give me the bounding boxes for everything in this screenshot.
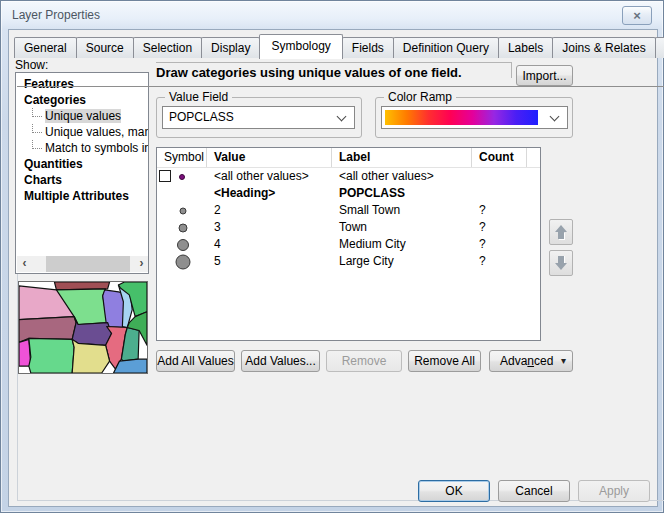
advanced-dropdown-icon[interactable]: ▾ (561, 351, 566, 371)
tree-item-charts[interactable]: Charts (16, 172, 148, 188)
tree-item-label: Quantities (24, 157, 83, 171)
gray-dot-symbol-icon[interactable] (180, 207, 187, 214)
color-ramp-combobox[interactable] (381, 106, 568, 129)
tab-baseline (17, 86, 664, 87)
label-cell[interactable]: Small Town (332, 202, 472, 219)
tab-source[interactable]: Source (76, 37, 134, 58)
column-symbol: Symbol (157, 148, 207, 167)
add-values-button[interactable]: Add Values... (241, 350, 320, 372)
column-spacer (527, 148, 540, 167)
tab-selection[interactable]: Selection (133, 37, 202, 58)
tree-item-categories[interactable]: Categories (16, 92, 148, 108)
tree-item-label: Unique values (45, 109, 121, 123)
tab-definition-query[interactable]: Definition Query (393, 37, 499, 58)
value-field-combobox[interactable]: POPCLASS (162, 106, 355, 129)
table-row[interactable]: 2Small Town? (157, 202, 540, 219)
close-button[interactable]: × (622, 6, 652, 25)
table-row[interactable]: 3Town? (157, 219, 540, 236)
tree-item-unique-values-many[interactable]: Unique values, many (16, 124, 148, 140)
tree-item-match-to-symbols-in-a[interactable]: Match to symbols in a (16, 140, 148, 156)
count-cell[interactable]: ? (472, 236, 527, 253)
value-cell[interactable]: 5 (207, 253, 332, 270)
gray-dot-symbol-icon[interactable] (177, 239, 189, 251)
tab-display[interactable]: Display (201, 37, 260, 58)
label-cell[interactable]: <all other values> (332, 168, 472, 185)
chevron-down-icon[interactable] (337, 112, 347, 122)
tree-item-label: Multiple Attributes (24, 189, 129, 203)
count-cell[interactable] (472, 185, 527, 202)
move-up-button[interactable] (549, 219, 573, 245)
tree-item-label: Categories (24, 93, 86, 107)
tab-symbology[interactable]: Symbology (259, 34, 342, 59)
tab-joins-relates[interactable]: Joins & Relates (552, 37, 655, 58)
row-spacer (527, 168, 540, 185)
value-field-value: POPCLASS (169, 107, 234, 128)
table-row[interactable]: <Heading>POPCLASS (157, 185, 540, 202)
tab-fields[interactable]: Fields (342, 37, 394, 58)
count-cell[interactable]: ? (472, 202, 527, 219)
column-label: Label (332, 148, 472, 167)
value-field-label: Value Field (165, 90, 232, 104)
value-cell[interactable]: 3 (207, 219, 332, 236)
tree-item-quantities[interactable]: Quantities (16, 156, 148, 172)
advanced-button[interactable]: Advanced ▾ (489, 350, 573, 372)
symbology-preview-map (18, 281, 148, 374)
value-cell[interactable]: 4 (207, 236, 332, 253)
table-row[interactable]: 5Large City? (157, 253, 540, 270)
scroll-right-arrow-icon[interactable]: › (134, 256, 149, 272)
symbol-cell[interactable] (157, 219, 207, 236)
tree-horizontal-scrollbar[interactable]: ‹ › (17, 256, 149, 272)
gray-dot-symbol-icon[interactable] (179, 223, 188, 232)
table-row[interactable]: 4Medium City? (157, 236, 540, 253)
value-cell[interactable]: <Heading> (207, 185, 332, 202)
count-cell[interactable] (472, 168, 527, 185)
count-cell[interactable]: ? (472, 219, 527, 236)
tab-time[interactable]: Time (655, 37, 664, 58)
tree-item-label: Charts (24, 173, 62, 187)
row-spacer (527, 202, 540, 219)
value-cell[interactable]: 2 (207, 202, 332, 219)
gray-dot-symbol-icon[interactable] (176, 254, 191, 269)
tab-strip: GeneralSourceSelectionDisplaySymbologyFi… (14, 34, 664, 58)
tab-labels[interactable]: Labels (498, 37, 553, 58)
symbol-cell[interactable] (157, 236, 207, 253)
titlebar[interactable]: Layer Properties × (1, 1, 663, 29)
scroll-left-arrow-icon[interactable]: ‹ (17, 256, 32, 272)
tree-item-label: Features (24, 77, 74, 91)
heading-top-rule (156, 62, 512, 63)
all-other-values-checkbox[interactable] (159, 170, 171, 182)
add-all-values-button[interactable]: Add All Values (156, 350, 235, 372)
symbol-cell[interactable] (157, 202, 207, 219)
tree-item-multiple-attributes[interactable]: Multiple Attributes (16, 188, 148, 204)
cancel-button[interactable]: Cancel (498, 480, 570, 502)
move-down-button[interactable] (549, 250, 573, 276)
apply-button[interactable]: Apply (578, 480, 650, 502)
value-cell[interactable]: <all other values> (207, 168, 332, 185)
tab-general[interactable]: General (14, 37, 77, 58)
label-cell[interactable]: Large City (332, 253, 472, 270)
label-cell[interactable]: Medium City (332, 236, 472, 253)
row-spacer (527, 236, 540, 253)
arrow-up-icon (555, 225, 567, 232)
close-icon: × (623, 7, 651, 24)
values-table: Symbol Value Label Count <all other valu… (156, 147, 541, 341)
tree-item-unique-values[interactable]: Unique values (16, 108, 148, 124)
count-cell[interactable]: ? (472, 253, 527, 270)
tree-branch-line (32, 140, 42, 149)
scroll-thumb[interactable] (46, 256, 130, 272)
remove-button[interactable]: Remove (326, 350, 402, 372)
import-button[interactable]: Import... (516, 65, 573, 86)
symbol-cell[interactable] (157, 168, 207, 185)
window-title: Layer Properties (12, 8, 100, 22)
layer-properties-dialog: Layer Properties × GeneralSourceSelectio… (0, 0, 664, 513)
label-cell[interactable]: POPCLASS (332, 185, 472, 202)
chevron-down-icon[interactable] (550, 112, 560, 122)
row-spacer (527, 219, 540, 236)
label-cell[interactable]: Town (332, 219, 472, 236)
ok-button[interactable]: OK (418, 480, 490, 502)
table-row[interactable]: <all other values><all other values> (157, 168, 540, 185)
remove-all-button[interactable]: Remove All (408, 350, 481, 372)
symbol-cell[interactable] (157, 185, 207, 202)
tree-item-features[interactable]: Features (16, 76, 148, 92)
symbol-cell[interactable] (157, 253, 207, 270)
